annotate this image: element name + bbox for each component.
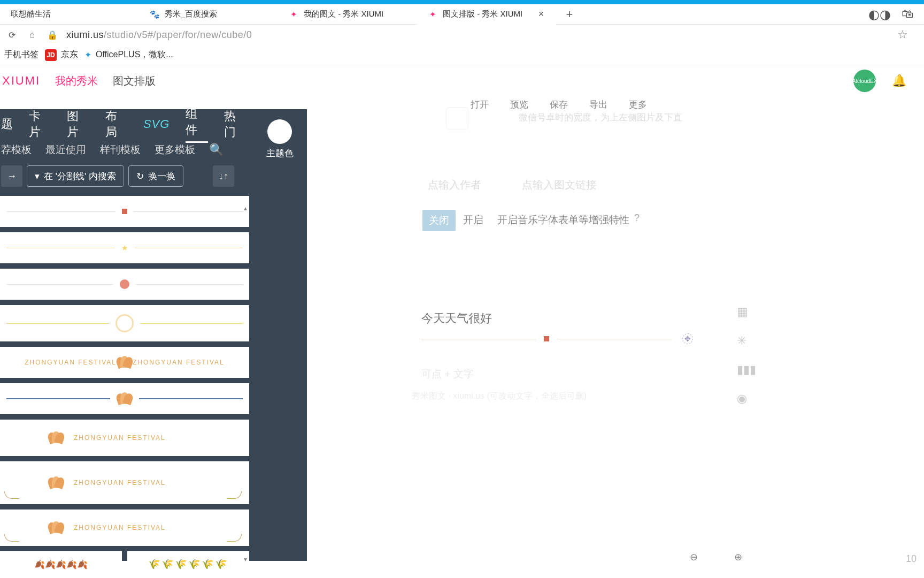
zoom-value: 10 [906,553,917,565]
lotus-icon [117,393,133,404]
address-bar: ⟳ ⌂ 🔒 xiumi.us/studio/v5#/paper/for/new/… [0,25,924,45]
scroll-up-icon[interactable]: ▴ [244,204,247,212]
corner-icon [4,491,19,499]
canvas-credit-text: 秀米图文 · xiumi.us (可改动文字，全选后可删) [412,391,587,402]
subcat-sample[interactable]: 样刊模板 [100,143,141,157]
author-input[interactable]: 点输入作者 [428,178,481,192]
cat-image[interactable]: 图片 [67,108,89,140]
zoom-in-icon[interactable]: ⊕ [734,551,742,563]
template-item[interactable] [0,383,249,414]
nav-paper-layout[interactable]: 图文排版 [113,74,156,88]
circle-dot-icon [120,279,129,289]
avatar[interactable]: AtcloudEX [853,70,876,92]
corner-icon [227,534,242,542]
subcat-recommended[interactable]: 荐模板 [1,143,32,157]
cart-icon[interactable]: 🛍 [902,7,913,22]
filter-icon: ▾ [35,171,40,182]
cover-hint-text: 微信号卓时的宽度，为上左侧图片及下直 [519,110,700,125]
template-item[interactable]: ZHONGYUAN FESTIVAL [0,509,249,546]
shuffle-label: 换一换 [148,170,175,182]
sort-button[interactable]: ↓↑ [213,165,234,187]
link-input[interactable]: 点输入图文链接 [522,178,597,192]
search-icon[interactable]: 🔍 [209,143,224,157]
enhance-toggle-on[interactable]: 开启 [463,213,483,227]
xiumi-icon: ✦ [289,10,298,19]
template-item[interactable]: ZHONGYUAN FESTIVAL ZHONGYUAN FESTIVAL [0,347,249,378]
cat-hot[interactable]: 热门 [224,108,246,140]
cat-component[interactable]: 组件 [186,106,207,143]
template-item[interactable]: 🌾🌾🌾🌾🌾🌾 [127,551,249,571]
bell-icon[interactable]: 🔔 [892,74,906,88]
side-tool-icons: ▦ ✳ ▮▮▮ ◉ [737,305,756,406]
lock-icon: 🔒 [46,28,59,41]
menu-save[interactable]: 保存 [550,98,568,111]
bookmark-item[interactable]: JD 京东 [45,49,78,61]
subcategory-row: 荐模板 最近使用 样刊模板 更多模板 🔍 [0,138,246,162]
theme-label: 主题色 [266,147,294,159]
office-icon: ✦ [84,50,91,60]
subcat-more[interactable]: 更多模板 [155,143,195,157]
reload-icon[interactable]: ⟳ [5,28,18,41]
home-icon[interactable]: ⌂ [26,28,38,41]
cover-image-placeholder[interactable] [446,107,468,130]
browser-tab-active[interactable]: ✦ 图文排版 - 秀米 XIUMI × [417,4,556,25]
moon-icon [116,314,134,332]
chart-icon[interactable]: ▮▮▮ [737,363,756,377]
template-item[interactable] [0,196,249,227]
festival-text: ZHONGYUAN FESTIVAL [74,524,166,531]
template-item[interactable]: 🍂🍂🍂🍂🍂 [0,551,122,571]
enhance-toggle-off[interactable]: 关闭 [422,210,456,231]
canvas-placeholder-text[interactable]: 可点 + 文字 [421,367,474,381]
paw-icon: 🐾 [150,10,159,19]
new-tab-button[interactable]: + [561,6,578,22]
tool-row: → ▾ 在 '分割线' 内搜索 ↻ 换一换 ↓↑ [0,163,246,189]
sparkle-icon[interactable]: ✳ [737,334,756,348]
leaf-icon: 🍂🍂🍂🍂🍂 [34,559,88,569]
eye-icon[interactable]: ◉ [737,392,756,406]
grid-icon[interactable]: ▦ [737,305,756,319]
cat-layout[interactable]: 布局 [105,108,127,140]
lotus-icon [48,432,64,443]
canvas-divider[interactable]: ✥ [421,331,693,347]
browser-tab[interactable]: 🐾 秀米_百度搜索 [139,4,278,25]
bookmark-star-icon[interactable]: ☆ [897,28,908,42]
template-item[interactable]: ZHONGYUAN FESTIVAL [0,420,249,456]
cat-svg[interactable]: SVG [143,117,170,131]
close-tab-icon[interactable]: × [537,10,545,19]
bookmark-item[interactable]: 手机书签 [4,49,38,60]
nav-my-xiumi[interactable]: 我的秀米 [55,74,98,88]
url-path: /studio/v5#/paper/for/new/cube/0 [104,29,252,40]
bookmark-item[interactable]: ✦ OfficePLUS，微软... [84,49,173,60]
template-item[interactable]: ZHONGYUAN FESTIVAL [0,461,249,504]
incognito-icon[interactable]: ◐◑ [868,7,891,22]
canvas-title-input[interactable]: 今天天气很好 [421,310,492,326]
tab-title: 图文排版 - 秀米 XIUMI [443,9,522,19]
cat-title[interactable]: 题 [1,116,13,132]
square-dot-icon [122,209,127,214]
move-handle-icon[interactable]: ✥ [682,333,693,344]
star-dot-icon: ★ [121,244,128,252]
url-display[interactable]: xiumi.us/studio/v5#/paper/for/new/cube/0 [66,29,252,41]
expand-button[interactable]: → [1,165,22,187]
subcat-recent[interactable]: 最近使用 [45,143,86,157]
template-item[interactable] [0,305,249,341]
help-icon[interactable]: ? [631,212,643,224]
url-host: xiumi.us [66,29,104,40]
festival-text: ZHONGYUAN FESTIVAL [74,434,166,442]
category-row: 题 卡片 图片 布局 SVG 组件 热门 [0,112,246,136]
zoom-out-icon[interactable]: ⊖ [690,551,698,563]
template-item[interactable]: ★ [0,232,249,263]
template-list[interactable]: ★ ZHONGYUAN FESTIVAL ZHONGYUAN FESTIVAL … [0,196,249,571]
browser-tab[interactable]: 联想酷生活 [0,4,139,25]
shuffle-button[interactable]: ↻ 换一换 [128,165,183,187]
browser-tab[interactable]: ✦ 我的图文 - 秀米 XIUMI [278,4,417,25]
cat-card[interactable]: 卡片 [29,108,51,140]
scroll-down-icon[interactable]: ▾ [244,556,247,563]
menu-more[interactable]: 更多 [629,98,647,111]
menu-preview[interactable]: 预览 [510,98,528,111]
menu-export[interactable]: 导出 [589,98,607,111]
menu-open[interactable]: 打开 [471,98,489,111]
brand-logo[interactable]: XIUMI [2,74,40,88]
template-item[interactable] [0,269,249,300]
filter-search-button[interactable]: ▾ 在 '分割线' 内搜索 [27,165,124,187]
